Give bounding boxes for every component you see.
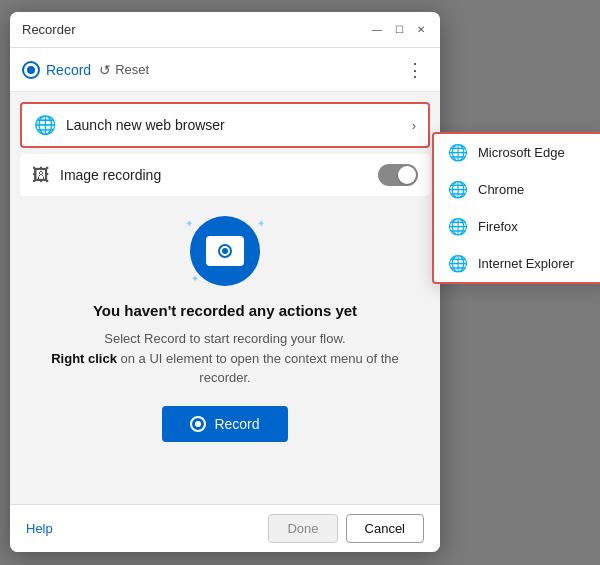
globe-icon-ie: 🌐: [448, 254, 468, 273]
record-big-inner: [195, 421, 201, 427]
star-decoration-tl: ✦: [185, 218, 193, 229]
hero-circle: [190, 216, 260, 286]
maximize-button[interactable]: ☐: [392, 23, 406, 37]
hero-inner-dot: [218, 244, 232, 258]
globe-icon: 🌐: [34, 114, 56, 136]
dropdown-item-ie-label: Internet Explorer: [478, 256, 574, 271]
hero-inner-dot-fill: [222, 248, 228, 254]
reset-icon: ↺: [99, 62, 111, 78]
reset-label: Reset: [115, 62, 149, 77]
hero-desc-normal: Select Record to start recording your fl…: [104, 331, 345, 346]
toolbar: Record ↺ Reset ⋮: [10, 48, 440, 92]
record-big-icon: [190, 416, 206, 432]
star-decoration-tr: ✦: [257, 218, 265, 229]
recorder-window: Recorder — ☐ ✕ Record ↺ Reset ⋮ 🌐 Launch…: [10, 12, 440, 552]
footer: Help Done Cancel: [10, 504, 440, 552]
hero-graphic: ✦ ✦ ✦: [185, 216, 265, 286]
dropdown-item-firefox[interactable]: 🌐 Firefox: [434, 208, 600, 245]
window-controls: — ☐ ✕: [370, 23, 428, 37]
done-button[interactable]: Done: [268, 514, 337, 543]
dropdown-item-chrome[interactable]: 🌐 Chrome: [434, 171, 600, 208]
reset-button[interactable]: ↺ Reset: [99, 62, 149, 78]
record-circle-inner: [27, 66, 35, 74]
star-decoration-bl: ✦: [191, 273, 199, 284]
record-big-label: Record: [214, 416, 259, 432]
record-top-button[interactable]: Record: [22, 61, 91, 79]
hero-desc-after: on a UI element to open the context menu…: [117, 351, 399, 386]
cancel-button[interactable]: Cancel: [346, 514, 424, 543]
image-icon: 🖼: [32, 165, 50, 186]
hero-desc-bold: Right click: [51, 351, 117, 366]
image-recording-toggle[interactable]: [378, 164, 418, 186]
dropdown-item-edge[interactable]: 🌐 Microsoft Edge: [434, 134, 600, 171]
globe-icon-firefox: 🌐: [448, 217, 468, 236]
image-recording-row: 🖼 Image recording: [20, 154, 430, 196]
title-bar: Recorder — ☐ ✕: [10, 12, 440, 48]
dropdown-item-ie[interactable]: 🌐 Internet Explorer: [434, 245, 600, 282]
help-link[interactable]: Help: [26, 521, 268, 536]
browser-row-label: Launch new web browser: [66, 117, 412, 133]
hero-inner-square: [206, 236, 244, 266]
dropdown-item-firefox-label: Firefox: [478, 219, 518, 234]
hero-section: ✦ ✦ ✦ You haven't recorded any actions y…: [10, 196, 440, 452]
dropdown-item-chrome-label: Chrome: [478, 182, 524, 197]
close-button[interactable]: ✕: [414, 23, 428, 37]
record-label: Record: [46, 62, 91, 78]
launch-browser-row[interactable]: 🌐 Launch new web browser ›: [20, 102, 430, 148]
record-circle-icon: [22, 61, 40, 79]
window-title: Recorder: [22, 22, 370, 37]
toggle-knob: [398, 166, 416, 184]
image-row-label: Image recording: [60, 167, 378, 183]
minimize-button[interactable]: —: [370, 23, 384, 37]
globe-icon-chrome: 🌐: [448, 180, 468, 199]
browser-dropdown: 🌐 Microsoft Edge 🌐 Chrome 🌐 Firefox 🌐 In…: [432, 132, 600, 284]
main-content: 🌐 Launch new web browser › 🖼 Image recor…: [10, 92, 440, 504]
dropdown-item-edge-label: Microsoft Edge: [478, 145, 565, 160]
globe-icon-edge: 🌐: [448, 143, 468, 162]
chevron-right-icon: ›: [412, 118, 416, 133]
record-main-button[interactable]: Record: [162, 406, 287, 442]
more-options-button[interactable]: ⋮: [402, 57, 428, 83]
hero-description: Select Record to start recording your fl…: [30, 329, 420, 388]
hero-title: You haven't recorded any actions yet: [93, 302, 357, 319]
